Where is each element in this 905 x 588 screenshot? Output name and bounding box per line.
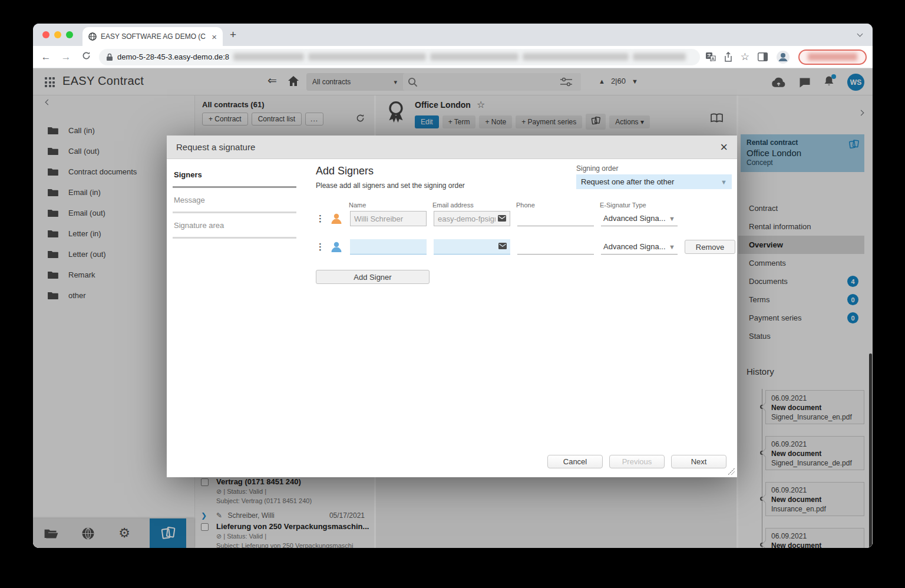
name-field[interactable] [350, 239, 427, 255]
favorite-star-icon[interactable]: ☆ [477, 99, 485, 110]
titlebar-chevron-down-icon[interactable] [857, 31, 863, 37]
panel-expand-icon[interactable] [858, 110, 864, 116]
reload-button[interactable] [79, 51, 93, 63]
bookmark-star-icon[interactable]: ☆ [741, 51, 749, 63]
history-item[interactable]: 06.09.2021 New document Insurance_en.pdf [765, 482, 864, 516]
globe-button[interactable] [70, 518, 106, 548]
home-icon[interactable] [288, 75, 299, 89]
notifications-bell[interactable] [824, 75, 834, 90]
signature-module-button[interactable] [150, 518, 186, 548]
name-input[interactable] [354, 214, 422, 223]
share-icon[interactable] [724, 52, 732, 62]
item-checkbox[interactable] [201, 478, 209, 486]
name-field[interactable] [350, 211, 427, 226]
dialog-header[interactable]: Request a signature × [167, 136, 737, 159]
chat-icon[interactable] [799, 77, 811, 88]
email-field[interactable] [434, 211, 510, 226]
nav-contract[interactable]: Contract [738, 199, 864, 217]
filter-tune-icon[interactable] [556, 77, 576, 87]
app-grid-icon[interactable] [45, 77, 55, 87]
more-button[interactable]: ... [305, 113, 323, 125]
redacted-url-block [633, 53, 686, 61]
add-signer-button[interactable]: Add Signer [316, 270, 430, 284]
remove-signer-button[interactable]: Remove [685, 240, 735, 254]
phone-input[interactable] [521, 242, 590, 251]
contract-card[interactable]: Rental contract Office London Concept [741, 134, 864, 172]
previous-button[interactable]: Previous [609, 455, 665, 468]
drag-handle-icon[interactable]: ⋮ [316, 242, 323, 252]
detail-nav: Contract Rental information Overview Com… [738, 199, 864, 345]
signing-order-select[interactable]: Request one after the other ▼ [576, 174, 732, 189]
new-tab-button[interactable]: + [230, 28, 236, 41]
cloud-upload-icon[interactable] [771, 77, 786, 88]
list-item[interactable]: Vertrag (0171 8451 240) ⊘ | Status: Vali… [195, 477, 374, 506]
open-folder-button[interactable] [33, 518, 70, 548]
edit-button[interactable]: Edit [415, 115, 439, 128]
tab-close-icon[interactable]: × [212, 32, 217, 42]
history-item[interactable]: 06.09.2021 New document Signed_Insurance… [765, 390, 864, 424]
browser-profile-icon[interactable] [776, 50, 790, 64]
request-signature-button[interactable] [586, 114, 606, 130]
item-checkbox[interactable] [201, 523, 209, 531]
cancel-button[interactable]: Cancel [547, 455, 603, 468]
nav-overview[interactable]: Overview [738, 236, 864, 254]
scrollbar-thumb[interactable] [869, 354, 872, 548]
step-signature-area[interactable]: Signature area [173, 213, 296, 239]
zoom-window-button[interactable] [66, 31, 73, 38]
settings-button[interactable]: ⚙ [106, 518, 143, 548]
scope-select[interactable]: All contracts ▾ [306, 78, 403, 86]
item-title: Vertrag (0171 8451 240) [216, 477, 374, 487]
phone-input[interactable] [521, 214, 590, 223]
contract-list-button[interactable]: Contract list [252, 113, 302, 125]
book-view-button[interactable] [710, 113, 724, 125]
email-input[interactable] [438, 214, 496, 223]
nav-comments[interactable]: Comments [738, 254, 864, 272]
browser-tab[interactable]: EASY SOFTWARE AG DEMO (C × [82, 27, 223, 46]
search-input[interactable] [421, 78, 553, 87]
side-panel-icon[interactable] [758, 52, 768, 61]
phone-field[interactable] [517, 211, 594, 226]
nav-documents[interactable]: Documents4 [738, 272, 864, 290]
next-button[interactable]: Next [671, 455, 726, 468]
profile-name-pill[interactable] [798, 49, 867, 65]
forward-button[interactable]: → [59, 51, 73, 63]
pager-up-icon[interactable]: ▲ [599, 78, 605, 85]
step-message[interactable]: Message [173, 188, 296, 213]
esignature-type-select[interactable]: Advanced Signa...▼ [601, 211, 678, 226]
nav-payment-series[interactable]: Payment series0 [738, 309, 864, 327]
back-button[interactable]: ← [39, 51, 53, 63]
nav-rental-information[interactable]: Rental information [738, 217, 864, 236]
dialog-close-icon[interactable]: × [720, 141, 728, 154]
globe-icon [81, 527, 95, 540]
drag-handle-icon[interactable]: ⋮ [316, 213, 323, 224]
dialog-resize-handle[interactable] [728, 468, 735, 475]
name-input[interactable] [354, 242, 423, 251]
pager-down-icon[interactable]: ▼ [632, 78, 638, 85]
url-bar[interactable]: demo-5-28-45-3.easy-demo.de:8 [99, 49, 700, 65]
add-contract-button[interactable]: + Contract [202, 113, 248, 125]
history-item[interactable]: 06.09.2021 New document Signed_Insurance… [765, 436, 864, 470]
step-signers[interactable]: Signers [173, 163, 296, 188]
email-input[interactable] [437, 242, 496, 251]
close-window-button[interactable] [42, 31, 49, 38]
translate-icon[interactable] [706, 52, 716, 61]
email-field[interactable] [434, 239, 510, 255]
minimize-window-button[interactable] [54, 31, 61, 38]
list-item[interactable]: Lieferung von 250 Verpackungsmaschin... … [195, 522, 374, 548]
add-note-button[interactable]: + Note [479, 115, 512, 128]
expand-chevron-icon[interactable]: ❯ [201, 511, 207, 520]
user-avatar[interactable]: WS [847, 74, 864, 91]
add-payment-series-button[interactable]: + Payment series [516, 115, 582, 128]
history-item[interactable]: 06.09.2021 New document [765, 528, 864, 548]
esignature-type-select[interactable]: Advanced Signa...▼ [601, 239, 678, 255]
nav-terms[interactable]: Terms0 [738, 290, 864, 309]
refresh-button[interactable] [356, 114, 365, 125]
item-status: ⊘ | Status: Valid | [216, 487, 374, 496]
add-term-button[interactable]: + Term [442, 115, 476, 128]
sidebar-collapse-icon[interactable] [45, 100, 51, 105]
actions-button[interactable]: Actions ▾ [609, 115, 650, 128]
nav-status[interactable]: Status [738, 327, 864, 345]
search-field[interactable] [403, 73, 581, 91]
phone-field[interactable] [517, 239, 594, 255]
back-to-list-icon[interactable]: ⇐ [267, 74, 277, 87]
